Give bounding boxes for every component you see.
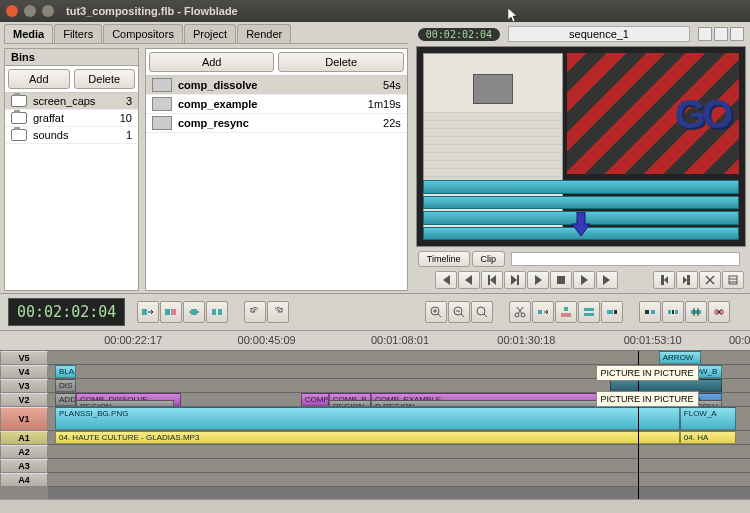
media-row[interactable]: comp_example1m19s — [146, 95, 407, 114]
goto-start-button[interactable] — [435, 271, 457, 289]
clear-marks-button[interactable] — [699, 271, 721, 289]
prev-frame-button[interactable] — [458, 271, 480, 289]
clip[interactable]: ARROW — [659, 351, 701, 364]
bin-row[interactable]: sounds1 — [5, 127, 138, 144]
next-frame-button[interactable] — [573, 271, 595, 289]
insert-range-button[interactable] — [662, 301, 684, 323]
undo-button[interactable] — [244, 301, 266, 323]
delete-range-button[interactable] — [708, 301, 730, 323]
window-maximize-button[interactable] — [42, 5, 54, 17]
mark-in-button[interactable] — [653, 271, 675, 289]
lift-button[interactable] — [555, 301, 577, 323]
resync-button[interactable] — [578, 301, 600, 323]
track-v1[interactable]: PLANSSI_BG.PNGFLOW_A — [48, 407, 750, 431]
append-button[interactable] — [601, 301, 623, 323]
bins-delete-button[interactable]: Delete — [74, 69, 136, 89]
bin-row[interactable]: graffat10 — [5, 110, 138, 127]
redo-button[interactable] — [267, 301, 289, 323]
window-title: tut3_compositing.flb - Flowblade — [66, 5, 238, 17]
play-button[interactable] — [527, 271, 549, 289]
media-row[interactable]: comp_dissolve54s — [146, 76, 407, 95]
media-row[interactable]: comp_resync22s — [146, 114, 407, 133]
clip[interactable]: FLOW_A — [680, 407, 736, 430]
next-button[interactable] — [504, 271, 526, 289]
clip[interactable]: D REGION — [371, 400, 603, 407]
zoom-fit-button[interactable] — [471, 301, 493, 323]
bins-add-button[interactable]: Add — [8, 69, 70, 89]
clip[interactable]: 04. HA — [680, 431, 736, 444]
bin-name: screen_caps — [33, 95, 126, 107]
timeline[interactable]: 00:00:22:1700:00:45:0900:01:08:0100:01:3… — [0, 331, 750, 499]
track-header-v4[interactable]: V4 — [0, 365, 48, 379]
track-a2[interactable] — [48, 445, 750, 459]
preview-monitor[interactable]: GO — [416, 46, 746, 247]
media-delete-button[interactable]: Delete — [278, 52, 403, 72]
track-header-a2[interactable]: A2 — [0, 445, 48, 459]
svg-rect-6 — [142, 309, 147, 315]
bin-row[interactable]: screen_caps3 — [5, 93, 138, 110]
trim-mode-button[interactable] — [183, 301, 205, 323]
monitor-scrubber[interactable] — [511, 252, 740, 266]
media-add-button[interactable]: Add — [149, 52, 274, 72]
svg-rect-28 — [675, 310, 678, 314]
overwrite-range-button[interactable] — [639, 301, 661, 323]
track-header-a4[interactable]: A4 — [0, 473, 48, 487]
clip-mode-button[interactable]: Clip — [472, 251, 506, 267]
mark-out-button[interactable] — [676, 271, 698, 289]
splice-out-button[interactable] — [532, 301, 554, 323]
overwrite-mode-button[interactable] — [160, 301, 182, 323]
svg-rect-21 — [584, 313, 594, 316]
track-v5[interactable]: ARROW — [48, 351, 750, 365]
view-layout-button[interactable] — [722, 271, 744, 289]
clip[interactable]: BLA — [55, 365, 76, 378]
clip[interactable]: PLANSSI_BG.PNG — [55, 407, 680, 430]
tab-media[interactable]: Media — [4, 24, 53, 43]
tooltip: PICTURE IN PICTURE — [596, 365, 699, 381]
media-list[interactable]: comp_dissolve54scomp_example1m19scomp_re… — [146, 76, 407, 290]
zoom-out-button[interactable] — [448, 301, 470, 323]
stop-button[interactable] — [550, 271, 572, 289]
tab-compositors[interactable]: Compositors — [103, 24, 183, 43]
svg-rect-23 — [614, 310, 617, 314]
layout-icon-3[interactable] — [730, 27, 744, 41]
tab-render[interactable]: Render — [237, 24, 291, 43]
sequence-name[interactable]: sequence_1 — [508, 26, 690, 42]
tab-filters[interactable]: Filters — [54, 24, 102, 43]
window-close-button[interactable] — [6, 5, 18, 17]
timeline-mode-button[interactable]: Timeline — [418, 251, 470, 267]
prev-button[interactable] — [481, 271, 503, 289]
track-a3[interactable] — [48, 459, 750, 473]
folder-icon — [11, 95, 27, 107]
track-a1[interactable]: 04. HAUTE CULTURE - GLADIAS.MP304. HA — [48, 431, 750, 445]
tab-project[interactable]: Project — [184, 24, 236, 43]
insert-mode-button[interactable] — [137, 301, 159, 323]
cut-button[interactable] — [509, 301, 531, 323]
panel-tabs: MediaFiltersCompositorsProjectRender — [4, 24, 408, 44]
media-panel: Add Delete comp_dissolve54scomp_example1… — [145, 48, 408, 291]
layout-icon-2[interactable] — [714, 27, 728, 41]
clip[interactable]: REGION — [329, 400, 371, 407]
bin-name: graffat — [33, 112, 120, 124]
track-header-v3[interactable]: V3 — [0, 379, 48, 393]
track-header-v1[interactable]: V1 — [0, 407, 48, 431]
svg-rect-17 — [538, 310, 542, 314]
track-header-v2[interactable]: V2 — [0, 393, 48, 407]
layout-icon-1[interactable] — [698, 27, 712, 41]
zoom-in-button[interactable] — [425, 301, 447, 323]
track-header-a3[interactable]: A3 — [0, 459, 48, 473]
clip[interactable]: ADD — [55, 393, 76, 406]
bins-list[interactable]: screen_caps3graffat10sounds1 — [5, 93, 138, 290]
clip[interactable]: REGION — [76, 400, 174, 407]
track-header-v5[interactable]: V5 — [0, 351, 48, 365]
svg-rect-25 — [651, 310, 655, 314]
track-a4[interactable] — [48, 473, 750, 487]
roll-mode-button[interactable] — [206, 301, 228, 323]
three-point-button[interactable] — [685, 301, 707, 323]
window-minimize-button[interactable] — [24, 5, 36, 17]
clip[interactable]: COMP — [301, 393, 329, 406]
svg-rect-19 — [561, 313, 571, 317]
track-header-a1[interactable]: A1 — [0, 431, 48, 445]
clip[interactable]: DIS — [55, 379, 76, 392]
clip[interactable]: 04. HAUTE CULTURE - GLADIAS.MP3 — [55, 431, 680, 444]
goto-end-button[interactable] — [596, 271, 618, 289]
